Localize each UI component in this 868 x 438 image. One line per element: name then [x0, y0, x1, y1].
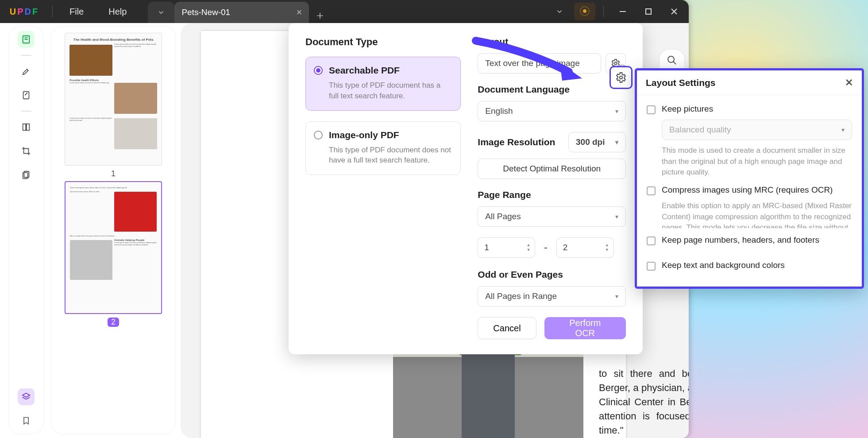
resolution-value: 300 dpi: [576, 137, 605, 147]
page-body-text-2: to sit there and be loving," says Dr. An…: [599, 367, 689, 438]
tool-organize[interactable]: [18, 119, 35, 136]
tool-bookmark[interactable]: [18, 412, 35, 429]
chevron-down-icon: ▾: [615, 213, 618, 220]
range-from-input[interactable]: 1 ▲▼: [478, 237, 535, 258]
svg-rect-9: [23, 92, 29, 99]
svg-rect-11: [27, 124, 29, 131]
svg-point-21: [614, 62, 617, 65]
radio-icon: [314, 66, 323, 75]
language-heading: Document Language: [478, 84, 626, 95]
tab-strip: Pets-New-01 × ＋: [148, 0, 331, 23]
option-image-only-pdf[interactable]: Image-only PDF This type of PDF document…: [305, 121, 461, 175]
chevron-down-icon: ▾: [615, 293, 618, 300]
chevron-down-icon: ▾: [615, 139, 618, 146]
perform-ocr-button[interactable]: Perform OCR: [544, 317, 626, 339]
label-keep-colors: Keep text and background colors: [662, 260, 785, 270]
label-mrc: Compress images using MRC (requires OCR): [662, 185, 833, 195]
window-maximize-button[interactable]: [637, 3, 660, 20]
new-tab-button[interactable]: ＋: [309, 8, 331, 23]
search-icon[interactable]: [667, 55, 677, 66]
titlebar-right: [548, 3, 689, 20]
left-toolbar: [9, 27, 43, 434]
close-icon[interactable]: ✕: [845, 77, 853, 89]
resolution-heading: Image Resolution: [478, 137, 555, 147]
checkbox-mrc[interactable]: [647, 186, 656, 195]
thumbnail-panel: The Health and Mood-Boosting Benefits of…: [51, 27, 175, 434]
checkbox-keep-pictures[interactable]: [647, 105, 656, 114]
separator: [52, 6, 53, 17]
tool-crop[interactable]: [18, 143, 35, 159]
svg-rect-3: [646, 9, 651, 14]
page-range-value: All Pages: [485, 212, 521, 221]
layout-heading: Layout: [478, 36, 626, 47]
annotation-gear-highlight: [610, 66, 633, 89]
option-title: Searchable PDF: [329, 65, 451, 76]
menu-help[interactable]: Help: [96, 7, 139, 17]
titlebar: UPDF File Help Pets-New-01 × ＋: [0, 0, 689, 23]
flyout-title: Layout Settings: [646, 78, 716, 88]
detect-resolution-button[interactable]: Detect Optimal Resolution: [478, 159, 626, 179]
doctype-heading: Document Type: [305, 36, 461, 48]
separator: [603, 6, 604, 17]
tool-edit[interactable]: [18, 87, 35, 104]
ocr-settings-panel: Document Type Searchable PDF This type o…: [289, 23, 643, 354]
menu-file[interactable]: File: [57, 7, 96, 17]
cancel-button[interactable]: Cancel: [478, 317, 536, 339]
option-description: This type of PDF document does not have …: [329, 145, 451, 166]
picture-quality-select[interactable]: Balanced quality ▾: [662, 120, 852, 140]
tool-layers[interactable]: [18, 388, 35, 405]
label-keep-headers: Keep page numbers, headers, and footers: [662, 235, 819, 245]
page-thumbnail-1[interactable]: The Health and Mood-Boosting Benefits of…: [65, 33, 162, 166]
divider: [21, 111, 31, 112]
spinner-icon[interactable]: ▲▼: [526, 243, 530, 252]
app-logo: UPDF: [0, 7, 48, 17]
ai-assistant-button[interactable]: [574, 3, 595, 20]
layout-select[interactable]: Text over the page image: [478, 53, 601, 74]
document-tab[interactable]: Pets-New-01 ×: [174, 2, 309, 23]
svg-rect-10: [23, 124, 26, 131]
page-range-select[interactable]: All Pages ▾: [478, 206, 626, 227]
radio-icon: [314, 131, 323, 140]
tool-pages[interactable]: [18, 167, 35, 183]
picture-quality-value: Balanced quality: [669, 125, 731, 135]
window-minimize-button[interactable]: [612, 3, 634, 20]
range-heading: Page Range: [478, 190, 626, 200]
checkbox-keep-colors[interactable]: [647, 262, 656, 271]
tool-reader[interactable]: [18, 31, 35, 48]
page-number-2: 2: [108, 318, 119, 327]
close-tab-icon[interactable]: ×: [297, 7, 302, 18]
layout-value: Text over the page image: [485, 58, 579, 68]
odd-even-heading: Odd or Even Pages: [478, 269, 626, 280]
resolution-select[interactable]: 300 dpi ▾: [568, 132, 626, 152]
document-tab-title: Pets-New-01: [181, 8, 230, 17]
checkbox-keep-headers[interactable]: [647, 236, 656, 245]
divider: [21, 55, 31, 56]
odd-even-value: All Pages in Range: [485, 291, 557, 301]
odd-even-select[interactable]: All Pages in Range ▾: [478, 286, 626, 306]
option-title: Image-only PDF: [329, 130, 451, 140]
range-to-input[interactable]: 2 ▲▼: [556, 237, 614, 258]
svg-line-15: [673, 62, 676, 64]
svg-point-23: [620, 76, 623, 79]
tool-highlight[interactable]: [18, 63, 35, 80]
chevron-down-icon: ▾: [615, 108, 618, 115]
language-select[interactable]: English ▾: [478, 101, 626, 121]
option-searchable-pdf[interactable]: Searchable PDF This type of PDF document…: [305, 57, 461, 111]
page-thumbnail-2[interactable]: Some running text lorem ipsum dolor sit …: [65, 181, 162, 314]
window-close-button[interactable]: [663, 3, 685, 20]
home-tab[interactable]: [148, 2, 174, 23]
svg-point-1: [583, 9, 586, 13]
page-number-1: 1: [111, 169, 116, 178]
layout-settings-flyout: Layout Settings ✕ Keep pictures Balanced…: [635, 68, 864, 289]
language-value: English: [485, 106, 513, 116]
thumb-heading: The Health and Mood-Boosting Benefits of…: [69, 38, 157, 42]
spinner-icon[interactable]: ▲▼: [605, 243, 609, 252]
label-keep-pictures: Keep pictures: [662, 104, 713, 114]
picture-quality-description: This mode is used to create a document s…: [662, 145, 852, 178]
svg-point-14: [668, 56, 674, 62]
range-dash: -: [544, 242, 547, 253]
chevron-down-icon: ▾: [841, 126, 845, 133]
tabs-overflow-icon[interactable]: [548, 3, 571, 20]
mrc-description: Enable this option to apply an MRC-based…: [662, 201, 852, 228]
option-description: This type of PDF document has a full tex…: [329, 80, 451, 101]
